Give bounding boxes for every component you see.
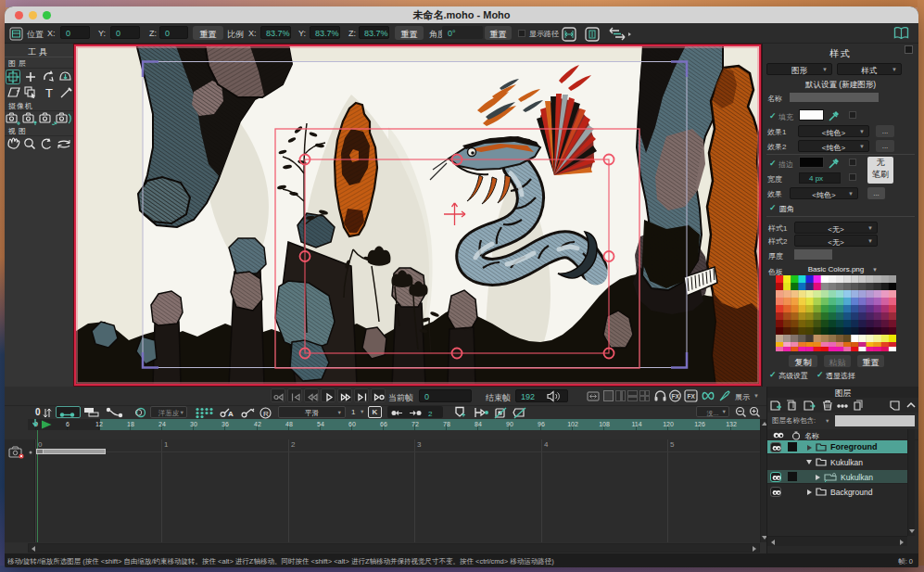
svg-text:R: R: [263, 410, 269, 418]
svg-text:T: T: [45, 86, 53, 98]
svg-text:FX: FX: [672, 393, 680, 400]
svg-text:A: A: [228, 410, 234, 418]
svg-text:FX: FX: [688, 393, 696, 400]
svg-text:2: 2: [428, 410, 433, 418]
